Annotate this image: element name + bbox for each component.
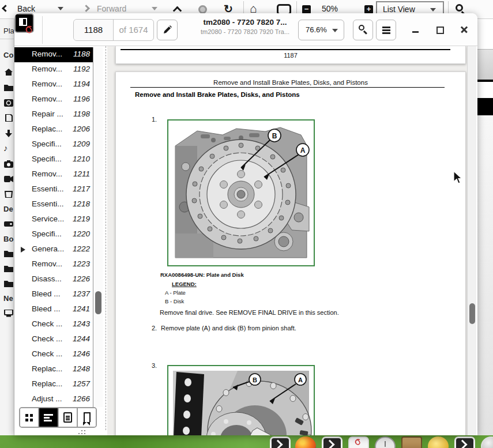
- callout-a: A: [298, 377, 303, 383]
- dock-run-icon[interactable]: [322, 436, 343, 448]
- folder-icon[interactable]: [4, 265, 13, 272]
- running-header: Remove and Install Brake Plates, Disks, …: [116, 79, 465, 86]
- zoom-dropdown[interactable]: 76.6%: [298, 20, 344, 40]
- outline-item[interactable]: Specifi...1209: [14, 137, 93, 152]
- viewer-headerbar: 1188 of 1674 tm2080 - 7720 7820 7... tm2…: [14, 13, 477, 46]
- outline-item[interactable]: Replac...1257: [14, 377, 93, 392]
- outline-item[interactable]: Bleed ...1241: [14, 302, 93, 317]
- dock-globe-icon[interactable]: [481, 436, 493, 448]
- outline-item[interactable]: Remov...1196: [14, 92, 93, 107]
- desktop: Back Forward ↻ ⌂ − 50% + List View Pla C…: [0, 0, 493, 448]
- outline-item[interactable]: Replac...1206: [14, 122, 93, 137]
- outline-item[interactable]: Remov...1192: [14, 62, 93, 77]
- page-number-group: 1188 of 1674: [73, 19, 154, 41]
- document-view[interactable]: 1187 Remove and Install Brake Plates, Di…: [107, 46, 467, 435]
- outline-item[interactable]: Remov...1211: [14, 167, 93, 182]
- dock-utilities-icon[interactable]: [428, 436, 449, 448]
- callout-b: B: [272, 132, 277, 140]
- dock-evince-icon[interactable]: [348, 436, 369, 448]
- resize-grip[interactable]: [78, 430, 86, 435]
- zoom-in-button[interactable]: +: [364, 5, 373, 14]
- legend-item-b: B - Disk: [165, 298, 184, 304]
- documents-icon[interactable]: [4, 114, 13, 122]
- dock-terminal-icon[interactable]: [270, 436, 291, 448]
- sidebar-mode-toolbar: [19, 407, 97, 428]
- minimize-button[interactable]: [411, 25, 420, 34]
- document-scrollbar[interactable]: [467, 46, 476, 435]
- videos-icon[interactable]: [4, 175, 13, 183]
- outline-item[interactable]: Check ...1243: [14, 317, 93, 332]
- home-icon[interactable]: [4, 69, 13, 76]
- outline-item[interactable]: Remov...1194: [14, 77, 93, 92]
- page-total-label: of 1674: [114, 20, 153, 40]
- search-icon: [359, 25, 364, 31]
- page-footer-number: 1187: [116, 52, 465, 59]
- network-computer-icon[interactable]: [4, 310, 13, 317]
- sidebar-scrollbar-thumb[interactable]: [95, 291, 101, 314]
- header-rule: [130, 87, 445, 88]
- expander-triangle-icon[interactable]: [21, 247, 25, 253]
- outline-item[interactable]: Specifi...1220: [14, 227, 93, 242]
- hamburger-icon: [382, 29, 390, 31]
- outline-item[interactable]: Replac...1248: [14, 362, 93, 377]
- figure-pry-plate: B A: [167, 365, 315, 435]
- folder-icon[interactable]: [4, 280, 13, 287]
- outline-item[interactable]: Check ...1244: [14, 332, 93, 347]
- outline-item[interactable]: Check ...1246: [14, 347, 93, 362]
- thumbnails-tab[interactable]: [20, 408, 39, 427]
- recent-icon[interactable]: [4, 99, 13, 107]
- outline-item[interactable]: Remov...1223: [14, 257, 93, 272]
- outline-item[interactable]: Remov...1188: [14, 47, 93, 62]
- downloads-icon[interactable]: [4, 130, 13, 137]
- section-network: Ne: [3, 294, 13, 303]
- trash-icon[interactable]: [4, 190, 13, 198]
- outline-item[interactable]: Bleed ...1237: [14, 287, 93, 302]
- step-number: 3.: [152, 362, 157, 369]
- dock-firefox-icon[interactable]: [295, 436, 316, 448]
- outline-item[interactable]: Adjust ...1266: [14, 392, 93, 407]
- chevron-down-icon: [332, 29, 338, 32]
- forward-chevron-icon[interactable]: [82, 5, 90, 12]
- find-button[interactable]: [353, 20, 373, 40]
- maximize-button[interactable]: [435, 25, 445, 34]
- forward-button[interactable]: Forward: [97, 4, 126, 13]
- dock-clock-icon[interactable]: [375, 436, 396, 448]
- outline-tab[interactable]: [39, 408, 58, 427]
- folder-icon[interactable]: [4, 84, 13, 91]
- back-dropdown-icon[interactable]: [58, 7, 63, 10]
- notepad-icon: [63, 412, 72, 423]
- outline-item[interactable]: Specifi...1210: [14, 152, 93, 167]
- dock-terminal-icon[interactable]: [454, 436, 475, 448]
- outline-item[interactable]: Repair ...1198: [14, 107, 93, 122]
- outline-item[interactable]: Essenti...1218: [14, 197, 93, 212]
- step2-text: Remove plate (A) and disk (B) from pinio…: [161, 325, 296, 332]
- dock-help-book-icon[interactable]: [401, 436, 422, 448]
- bookmark-icon: [84, 412, 91, 422]
- music-icon[interactable]: ♪: [3, 143, 8, 153]
- outline-item[interactable]: Service...1219: [14, 212, 93, 227]
- outline-sidebar: Remov...1188 Remov...1192 Remov...1194 R…: [14, 47, 93, 407]
- back-chevron-icon[interactable]: [2, 5, 9, 12]
- search-icon[interactable]: [456, 4, 463, 12]
- section-computer: Co: [3, 51, 13, 59]
- callout-a: A: [300, 146, 306, 155]
- page-number-input[interactable]: 1188: [74, 20, 114, 40]
- sidebar-scrollbar[interactable]: [94, 47, 103, 407]
- drive-icon[interactable]: [4, 220, 13, 228]
- outline-item[interactable]: Essenti...1217: [14, 182, 93, 197]
- menu-button[interactable]: [376, 20, 396, 40]
- outline-item-expandable[interactable]: Genera...1222: [14, 242, 93, 257]
- document-scrollbar-thumb[interactable]: [469, 303, 475, 324]
- zoom-out-button[interactable]: −: [302, 5, 311, 14]
- pictures-icon[interactable]: [4, 160, 13, 168]
- pdf-page-current: Remove and Install Brake Plates, Disks, …: [115, 71, 466, 435]
- outline-item[interactable]: Disass...1226: [14, 272, 93, 287]
- annotations-tab[interactable]: [59, 408, 78, 427]
- stop-icon[interactable]: [198, 5, 207, 14]
- close-button[interactable]: [460, 25, 469, 34]
- background-panel: [477, 49, 493, 80]
- back-button[interactable]: Back: [17, 4, 35, 13]
- bookmarks-tab[interactable]: [78, 408, 96, 427]
- forward-dropdown-icon[interactable]: [152, 7, 157, 10]
- folder-icon[interactable]: [4, 250, 13, 257]
